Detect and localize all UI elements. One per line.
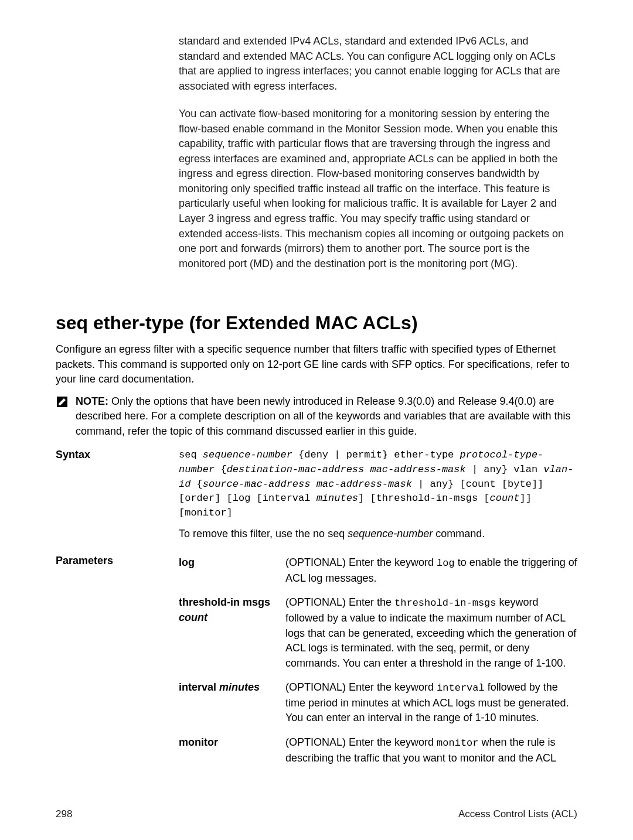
syntax-code: seq sequence-number {deny | permit} ethe…: [179, 448, 577, 520]
param-desc-mono: interval: [437, 682, 485, 694]
syntax-seg: ] [threshold-in-msgs [: [358, 493, 489, 504]
syntax-seg: seq: [179, 449, 203, 460]
syntax-seg: source-mac-address mac-address-mask: [203, 479, 412, 490]
parameters-label: Parameters: [56, 554, 179, 567]
param-row: log (OPTIONAL) Enter the keyword log to …: [179, 555, 577, 586]
page-footer: 298 Access Control Lists (ACL): [56, 808, 577, 820]
syntax-seg: destination-mac-address mac-address-mask: [227, 464, 466, 475]
syntax-remove-pre: To remove this filter, use the no seq: [179, 528, 348, 539]
param-row: threshold-in msgs count (OPTIONAL) Enter…: [179, 595, 577, 671]
note-text: NOTE: Only the options that have been ne…: [76, 394, 577, 439]
intro-paragraph-1: standard and extended IPv4 ACLs, standar…: [179, 34, 571, 94]
section-lead: Configure an egress filter with a specif…: [56, 342, 577, 387]
param-desc-pre: (OPTIONAL) Enter the keyword: [285, 556, 437, 568]
param-desc-pre: (OPTIONAL) Enter the keyword: [285, 736, 437, 748]
param-desc-mono: log: [437, 558, 455, 569]
section-heading: seq ether-type (for Extended MAC ACLs): [56, 312, 577, 334]
param-name-text: threshold-in msgs: [179, 596, 270, 608]
param-name-text: interval: [179, 681, 219, 693]
param-name-ital: minutes: [219, 681, 260, 693]
param-name-text: monitor: [179, 736, 218, 748]
syntax-row: Syntax seq sequence-number {deny | permi…: [56, 448, 577, 541]
param-desc-mono: monitor: [437, 737, 478, 749]
page-number: 298: [56, 808, 72, 820]
syntax-seg: | any} vlan: [466, 464, 544, 475]
note-label: NOTE:: [76, 395, 108, 407]
param-row: monitor (OPTIONAL) Enter the keyword mon…: [179, 735, 577, 766]
syntax-label: Syntax: [56, 448, 179, 461]
param-name: log: [179, 555, 285, 570]
parameters-table: log (OPTIONAL) Enter the keyword log to …: [179, 555, 577, 766]
intro-paragraph-2: You can activate flow-based monitoring f…: [179, 107, 571, 271]
param-name-text: log: [179, 556, 195, 568]
syntax-seg: minutes: [316, 493, 358, 504]
footer-right: Access Control Lists (ACL): [458, 808, 577, 820]
param-name: interval minutes: [179, 680, 285, 695]
parameters-row: Parameters log (OPTIONAL) Enter the keyw…: [56, 554, 577, 766]
param-row: interval minutes (OPTIONAL) Enter the ke…: [179, 680, 577, 726]
pencil-icon: [56, 395, 69, 408]
param-name-ital: count: [179, 612, 207, 623]
param-desc-mono: threshold-in-msgs: [394, 597, 496, 609]
syntax-remove-it: sequence-number: [348, 528, 433, 539]
param-desc-pre: (OPTIONAL) Enter the keyword: [285, 681, 437, 693]
param-name: monitor: [179, 735, 285, 750]
param-desc: (OPTIONAL) Enter the keyword monitor whe…: [285, 735, 577, 766]
syntax-seg: {: [215, 464, 226, 475]
syntax-seg: sequence-number: [203, 449, 292, 460]
syntax-seg: count: [490, 493, 520, 504]
param-desc: (OPTIONAL) Enter the threshold-in-msgs k…: [285, 595, 577, 671]
note-block: NOTE: Only the options that have been ne…: [56, 394, 577, 439]
syntax-seg: {deny | permit} ether-type: [292, 449, 460, 460]
param-desc: (OPTIONAL) Enter the keyword interval fo…: [285, 680, 577, 726]
syntax-remove-post: command.: [433, 528, 485, 539]
syntax-remove: To remove this filter, use the no seq se…: [179, 527, 577, 542]
param-name: threshold-in msgs count: [179, 595, 285, 624]
param-desc-pre: (OPTIONAL) Enter the: [285, 596, 394, 608]
param-desc: (OPTIONAL) Enter the keyword log to enab…: [285, 555, 577, 586]
syntax-seg: {: [190, 479, 202, 490]
note-body: Only the options that have been newly in…: [76, 395, 570, 437]
